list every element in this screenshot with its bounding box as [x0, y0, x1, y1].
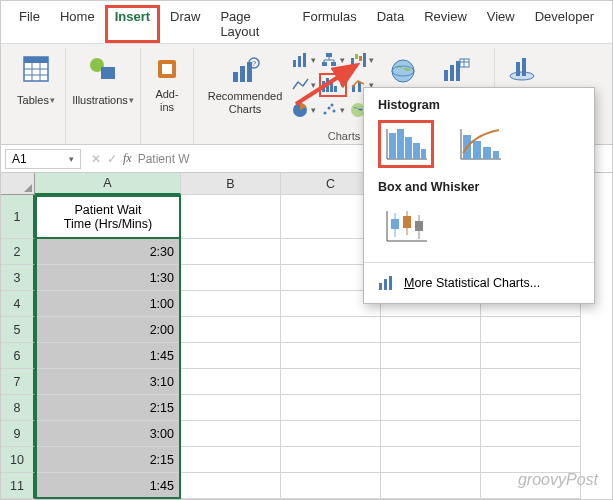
col-header-a[interactable]: A	[35, 173, 181, 195]
row-header[interactable]: 4	[1, 291, 35, 317]
group-tables: Tables ▾	[7, 48, 66, 144]
cell[interactable]	[281, 343, 381, 369]
tab-formulas[interactable]: Formulas	[293, 5, 367, 43]
cell[interactable]	[381, 343, 481, 369]
statistical-chart-button[interactable]: ▾	[319, 73, 347, 97]
cell[interactable]	[181, 239, 281, 265]
cell[interactable]	[181, 195, 281, 239]
row-header[interactable]: 3	[1, 265, 35, 291]
scatter-chart-button[interactable]: ▾	[319, 98, 347, 122]
waterfall-chart-button[interactable]: ▾	[348, 48, 376, 72]
cell[interactable]	[481, 317, 581, 343]
tab-file[interactable]: File	[9, 5, 50, 43]
cell[interactable]	[35, 195, 181, 239]
illustrations-button[interactable]: Illustrations ▾	[72, 48, 134, 118]
cell[interactable]	[181, 395, 281, 421]
cell[interactable]	[181, 447, 281, 473]
tab-draw[interactable]: Draw	[160, 5, 210, 43]
cell[interactable]: 1:30	[35, 265, 181, 291]
charts-group-label: Charts	[328, 130, 360, 144]
cell[interactable]	[481, 369, 581, 395]
fx-icon[interactable]: fx	[123, 151, 132, 166]
hierarchy-chart-button[interactable]: ▾	[319, 48, 347, 72]
cell[interactable]	[381, 317, 481, 343]
cell[interactable]	[181, 291, 281, 317]
cell[interactable]: 1:45	[35, 473, 181, 499]
svg-rect-10	[233, 72, 238, 82]
cell[interactable]	[281, 447, 381, 473]
cell[interactable]	[181, 343, 281, 369]
svg-rect-9	[162, 64, 172, 74]
row-header[interactable]: 2	[1, 239, 35, 265]
row-header[interactable]: 9	[1, 421, 35, 447]
cell[interactable]	[281, 369, 381, 395]
svg-rect-72	[415, 221, 423, 231]
tab-data[interactable]: Data	[367, 5, 414, 43]
cancel-icon[interactable]: ✕	[91, 152, 101, 166]
cell[interactable]	[481, 421, 581, 447]
cell[interactable]	[281, 395, 381, 421]
cell[interactable]	[381, 421, 481, 447]
addins-button[interactable]: Add- ins	[147, 48, 187, 118]
cell[interactable]: 1:00	[35, 291, 181, 317]
more-statistical-charts[interactable]: More Statistical Charts...	[378, 269, 580, 297]
row-header[interactable]: 1	[1, 195, 35, 239]
svg-rect-15	[293, 60, 296, 67]
row-header[interactable]: 8	[1, 395, 35, 421]
row-header[interactable]: 10	[1, 447, 35, 473]
line-chart-button[interactable]: ▾	[290, 73, 318, 97]
boxwhisker-option[interactable]	[378, 202, 434, 250]
cell[interactable]	[381, 395, 481, 421]
tab-developer[interactable]: Developer	[525, 5, 604, 43]
tab-home[interactable]: Home	[50, 5, 105, 43]
cell[interactable]: 2:30	[35, 239, 181, 265]
cell[interactable]	[481, 395, 581, 421]
cell[interactable]: 3:10	[35, 369, 181, 395]
bar-chart-icon	[378, 275, 396, 291]
cell[interactable]: 2:15	[35, 447, 181, 473]
row-header[interactable]: 5	[1, 317, 35, 343]
cell[interactable]	[181, 369, 281, 395]
watermark: groovyPost	[518, 471, 598, 489]
recommended-charts-button[interactable]: ? Recommended Charts	[202, 50, 288, 120]
cell[interactable]	[481, 447, 581, 473]
cell[interactable]	[181, 473, 281, 499]
tab-insert[interactable]: Insert	[105, 5, 160, 43]
cell[interactable]: 3:00	[35, 421, 181, 447]
select-all-button[interactable]	[1, 173, 35, 195]
row-header[interactable]: 11	[1, 473, 35, 499]
cell[interactable]	[381, 473, 481, 499]
illustrations-label: Illustrations	[72, 94, 128, 106]
name-box[interactable]: A1 ▾	[5, 149, 81, 169]
cell[interactable]	[281, 473, 381, 499]
tables-button[interactable]: Tables ▾	[13, 48, 59, 118]
enter-icon[interactable]: ✓	[107, 152, 117, 166]
cell[interactable]	[381, 369, 481, 395]
svg-rect-31	[330, 83, 333, 92]
tab-page-layout[interactable]: Page Layout	[210, 5, 292, 43]
tab-review[interactable]: Review	[414, 5, 477, 43]
dropdown-section-histogram: Histogram	[378, 98, 580, 112]
formula-preview: Patient W	[138, 152, 190, 166]
svg-point-38	[333, 110, 336, 113]
svg-rect-43	[444, 70, 448, 81]
pareto-option[interactable]	[452, 120, 508, 168]
cell[interactable]	[181, 317, 281, 343]
cell[interactable]	[281, 317, 381, 343]
cell[interactable]	[181, 265, 281, 291]
col-header-b[interactable]: B	[181, 173, 281, 195]
row-header[interactable]: 7	[1, 369, 35, 395]
cell[interactable]: 2:15	[35, 395, 181, 421]
histogram-option[interactable]	[378, 120, 434, 168]
pie-chart-button[interactable]: ▾	[290, 98, 318, 122]
cell[interactable]: 2:00	[35, 317, 181, 343]
cell[interactable]	[481, 343, 581, 369]
column-chart-button[interactable]: ▾	[290, 48, 318, 72]
svg-rect-64	[493, 151, 499, 159]
cell[interactable]	[181, 421, 281, 447]
cell[interactable]	[381, 447, 481, 473]
cell[interactable]	[281, 421, 381, 447]
cell[interactable]: 1:45	[35, 343, 181, 369]
row-header[interactable]: 6	[1, 343, 35, 369]
tab-view[interactable]: View	[477, 5, 525, 43]
